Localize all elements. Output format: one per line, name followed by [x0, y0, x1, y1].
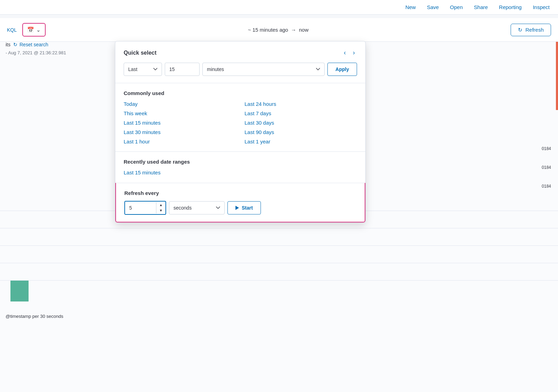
kql-label: KQL	[7, 27, 17, 33]
calendar-picker-button[interactable]: 📅 ⌄	[22, 23, 46, 37]
right-numbers: 0184 0184 0184	[542, 146, 551, 189]
chart-bar	[10, 281, 29, 301]
right-number-0: 0184	[542, 146, 551, 151]
time-link-last15m[interactable]: Last 15 minutes	[124, 120, 236, 126]
nav-inspect[interactable]: Inspect	[533, 4, 550, 10]
commonly-used-section: Commonly used Today Last 24 hours This w…	[115, 83, 365, 151]
nav-open[interactable]: Open	[450, 4, 463, 10]
right-number-2: 0184	[542, 184, 551, 189]
refresh-icon: ↻	[518, 27, 522, 33]
calendar-icon: 📅	[27, 26, 34, 33]
time-range-display: ~ 15 minutes ago → now	[50, 27, 506, 33]
refresh-every-section: Refresh every ▲ ▼ seconds minutes hours …	[115, 183, 365, 222]
nav-reporting[interactable]: Reporting	[499, 4, 522, 10]
grid-line	[0, 280, 558, 281]
refresh-value-input[interactable]	[125, 202, 156, 214]
time-range-start: ~ 15 minutes ago	[248, 27, 288, 33]
grid-line	[0, 245, 558, 246]
quick-select-section: Quick select ‹ › Last Next seconds minut…	[115, 41, 365, 83]
nav-new[interactable]: New	[405, 4, 416, 10]
refresh-button[interactable]: ↻ Refresh	[511, 24, 551, 36]
time-link-this-week[interactable]: This week	[124, 110, 236, 116]
start-label: Start	[242, 205, 253, 211]
grid-line	[0, 228, 558, 228]
recently-used-title: Recently used date ranges	[124, 159, 357, 165]
nav-save[interactable]: Save	[427, 4, 439, 10]
time-link-last7d[interactable]: Last 7 days	[245, 110, 357, 116]
reset-search-label: Reset search	[20, 42, 48, 47]
play-icon	[235, 206, 239, 210]
chart-axis-label: @timestamp per 30 seconds	[6, 314, 63, 319]
direction-select[interactable]: Last Next	[124, 63, 162, 76]
stepper-arrows: ▲ ▼	[156, 202, 165, 213]
chevron-down-icon: ⌄	[36, 27, 41, 33]
time-link-last30m[interactable]: Last 30 minutes	[124, 129, 236, 135]
refresh-unit-select[interactable]: seconds minutes hours	[169, 201, 225, 214]
chart-bar-red	[556, 40, 558, 110]
time-picker-dropdown: Quick select ‹ › Last Next seconds minut…	[115, 41, 366, 223]
reset-search-button[interactable]: ↻ Reset search	[13, 42, 48, 47]
stepper-up-button[interactable]: ▲	[156, 202, 165, 208]
time-value-input[interactable]	[165, 63, 200, 76]
commonly-used-title: Commonly used	[124, 90, 357, 96]
time-unit-select[interactable]: seconds minutes hours days weeks months …	[202, 63, 325, 76]
time-link-last1h[interactable]: Last 1 hour	[124, 139, 236, 144]
quick-select-row: Last Next seconds minutes hours days wee…	[124, 63, 357, 76]
refresh-every-title: Refresh every	[124, 190, 356, 196]
recent-link-0[interactable]: Last 15 minutes	[124, 170, 161, 175]
commonly-used-grid: Today Last 24 hours This week Last 7 day…	[124, 101, 357, 144]
apply-button[interactable]: Apply	[327, 63, 357, 76]
quick-select-header: Quick select ‹ ›	[124, 48, 357, 57]
prev-arrow-button[interactable]: ‹	[342, 48, 348, 57]
hits-label: its ↻ Reset search	[6, 42, 66, 47]
refresh-every-row: ▲ ▼ seconds minutes hours Start	[124, 201, 356, 215]
search-bar: KQL 📅 ⌄ ~ 15 minutes ago → now ↻ Refresh	[0, 18, 558, 42]
recently-used-section: Recently used date ranges Last 15 minute…	[115, 151, 365, 183]
date-range: - Aug 7, 2021 @ 21:36:22.981	[6, 50, 66, 55]
stepper-wrapper: ▲ ▼	[124, 201, 166, 215]
time-link-last24h[interactable]: Last 24 hours	[245, 101, 357, 107]
start-button[interactable]: Start	[227, 201, 261, 214]
left-info-panel: its ↻ Reset search - Aug 7, 2021 @ 21:36…	[6, 42, 66, 55]
top-navigation: New Save Open Share Reporting Inspect	[0, 0, 558, 15]
next-arrow-button[interactable]: ›	[351, 48, 357, 57]
right-number-1: 0184	[542, 165, 551, 170]
time-link-last30d[interactable]: Last 30 days	[245, 120, 357, 126]
reset-icon: ↻	[13, 42, 17, 47]
time-link-last90d[interactable]: Last 90 days	[245, 129, 357, 135]
grid-line	[0, 263, 558, 263]
time-range-end: now	[299, 27, 309, 33]
nav-arrows: ‹ ›	[342, 48, 357, 57]
nav-share[interactable]: Share	[474, 4, 488, 10]
time-link-today[interactable]: Today	[124, 101, 236, 107]
refresh-label: Refresh	[525, 27, 544, 33]
time-range-arrow: →	[291, 27, 296, 33]
time-link-last1y[interactable]: Last 1 year	[245, 139, 357, 144]
quick-select-title: Quick select	[124, 50, 156, 56]
stepper-down-button[interactable]: ▼	[156, 208, 165, 213]
hits-text: its	[6, 42, 10, 47]
